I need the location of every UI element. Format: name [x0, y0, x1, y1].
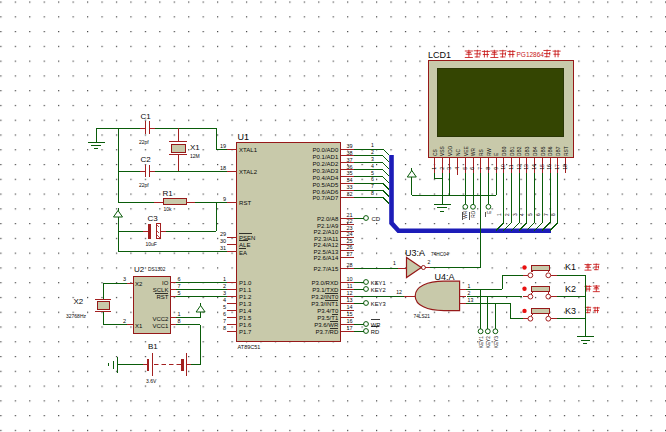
- svg-text:12M: 12M: [190, 153, 200, 159]
- svg-text:RS: RS: [479, 149, 484, 156]
- svg-text:C2: C2: [141, 155, 152, 164]
- svg-text:16: 16: [346, 318, 352, 324]
- svg-text:4: 4: [371, 163, 374, 169]
- svg-text:13: 13: [346, 297, 352, 303]
- svg-text:22pf: 22pf: [139, 182, 149, 188]
- svg-text:8: 8: [223, 325, 226, 331]
- svg-text:CS: CS: [433, 149, 438, 156]
- svg-text:5: 5: [223, 304, 226, 310]
- svg-text:6: 6: [470, 167, 476, 170]
- svg-text:K2: K2: [565, 284, 576, 294]
- svg-text:K1: K1: [565, 262, 576, 272]
- svg-text:ALE: ALE: [239, 242, 250, 248]
- svg-text:25: 25: [346, 238, 352, 244]
- svg-text:22: 22: [346, 218, 352, 224]
- svg-text:P0.0/AD0: P0.0/AD0: [313, 147, 339, 153]
- svg-text:5: 5: [528, 213, 533, 216]
- svg-text:2: 2: [123, 318, 126, 324]
- svg-text:RST: RST: [564, 146, 569, 156]
- svg-text:2: 2: [439, 167, 445, 170]
- svg-text:E: E: [494, 153, 499, 156]
- svg-text:P1.7: P1.7: [239, 329, 252, 335]
- svg-text:X1: X1: [135, 323, 143, 329]
- svg-text:NC: NC: [456, 149, 461, 156]
- svg-text:P3.6/WR: P3.6/WR: [314, 322, 339, 328]
- svg-text:3: 3: [371, 156, 374, 162]
- svg-text:DB1: DB1: [510, 146, 515, 156]
- svg-text:37: 37: [346, 157, 352, 163]
- svg-text:RW: RW: [487, 148, 492, 156]
- svg-text:26: 26: [346, 244, 352, 250]
- svg-text:CD: CD: [372, 216, 381, 222]
- svg-text:X1: X1: [190, 143, 200, 152]
- svg-text:4: 4: [223, 297, 226, 303]
- svg-text:P0.7/AD7: P0.7/AD7: [313, 195, 339, 201]
- svg-text:DB4: DB4: [533, 146, 538, 156]
- svg-text:LCD1: LCD1: [428, 50, 451, 60]
- svg-text:P3.5/T1: P3.5/T1: [317, 315, 339, 321]
- svg-text:VEE: VEE: [464, 146, 469, 156]
- svg-text:19: 19: [220, 143, 226, 149]
- svg-text:R1: R1: [163, 189, 174, 198]
- svg-text:14: 14: [531, 164, 537, 170]
- svg-text:KEY3: KEY3: [494, 336, 499, 349]
- svg-text:RD: RD: [371, 329, 379, 335]
- svg-text:XTAL1: XTAL1: [239, 147, 258, 153]
- svg-text:5: 5: [178, 290, 181, 296]
- svg-text:P2.5/A13: P2.5/A13: [314, 249, 339, 255]
- svg-text:7: 7: [544, 213, 549, 216]
- svg-text:WR: WR: [471, 147, 476, 156]
- svg-text:P0.3/AD3: P0.3/AD3: [313, 168, 339, 174]
- svg-text:29: 29: [220, 231, 226, 237]
- svg-text:30: 30: [220, 238, 226, 244]
- svg-text:P3.7/RD: P3.7/RD: [316, 329, 339, 335]
- svg-text:P1.3: P1.3: [239, 301, 252, 307]
- svg-text:U2: U2: [134, 265, 145, 274]
- svg-text:KEY3: KEY3: [371, 301, 386, 307]
- svg-text:DB0: DB0: [502, 146, 507, 156]
- svg-text:2: 2: [505, 213, 510, 216]
- svg-text:5: 5: [462, 167, 468, 170]
- svg-text:AT89C51: AT89C51: [238, 344, 261, 350]
- svg-text:18: 18: [562, 164, 568, 170]
- svg-text:3: 3: [123, 276, 126, 282]
- svg-text:KEY2: KEY2: [486, 336, 491, 349]
- svg-text:KEY2: KEY2: [371, 287, 386, 293]
- svg-text:7: 7: [223, 318, 226, 324]
- svg-text:8: 8: [178, 318, 181, 324]
- svg-text:DB3: DB3: [525, 146, 530, 156]
- svg-text:10: 10: [500, 164, 506, 170]
- svg-text:P3.3/INT1: P3.3/INT1: [311, 301, 339, 307]
- svg-text:3: 3: [513, 213, 518, 216]
- svg-text:P0.5/AD5: P0.5/AD5: [313, 182, 339, 188]
- svg-text:21: 21: [346, 212, 352, 218]
- svg-text:P0.6/AD6: P0.6/AD6: [313, 189, 339, 195]
- svg-text:1: 1: [393, 260, 396, 266]
- svg-text:7: 7: [178, 283, 181, 289]
- svg-text:2: 2: [468, 290, 471, 296]
- svg-text:P3.0/RXD: P3.0/RXD: [312, 280, 339, 286]
- svg-text:2: 2: [223, 283, 226, 289]
- svg-text:RST: RST: [156, 294, 168, 300]
- svg-text:P1.2: P1.2: [239, 294, 252, 300]
- svg-text:DS1302: DS1302: [148, 267, 166, 272]
- svg-text:VCC2: VCC2: [152, 316, 169, 322]
- svg-text:14: 14: [346, 304, 352, 310]
- svg-text:P1.5: P1.5: [239, 315, 252, 321]
- svg-text:KEY1: KEY1: [371, 280, 386, 286]
- svg-text:VCC1: VCC1: [152, 323, 169, 329]
- svg-text:13: 13: [468, 297, 474, 303]
- svg-text:C1: C1: [141, 112, 152, 121]
- svg-text:VSS: VSS: [440, 146, 445, 156]
- svg-text:1: 1: [431, 167, 437, 170]
- svg-text:P0.1/AD1: P0.1/AD1: [313, 154, 339, 160]
- svg-text:31: 31: [220, 245, 226, 251]
- svg-text:9: 9: [493, 167, 499, 170]
- svg-text:24: 24: [346, 231, 352, 237]
- svg-text:P0.4/AD4: P0.4/AD4: [313, 175, 339, 181]
- svg-text:SCLK: SCLK: [153, 287, 169, 293]
- svg-text:DB5: DB5: [541, 146, 546, 156]
- svg-text:P3.4/T0: P3.4/T0: [317, 308, 339, 314]
- svg-text:EA: EA: [239, 250, 247, 256]
- svg-text:P2.7/A15: P2.7/A15: [314, 266, 339, 272]
